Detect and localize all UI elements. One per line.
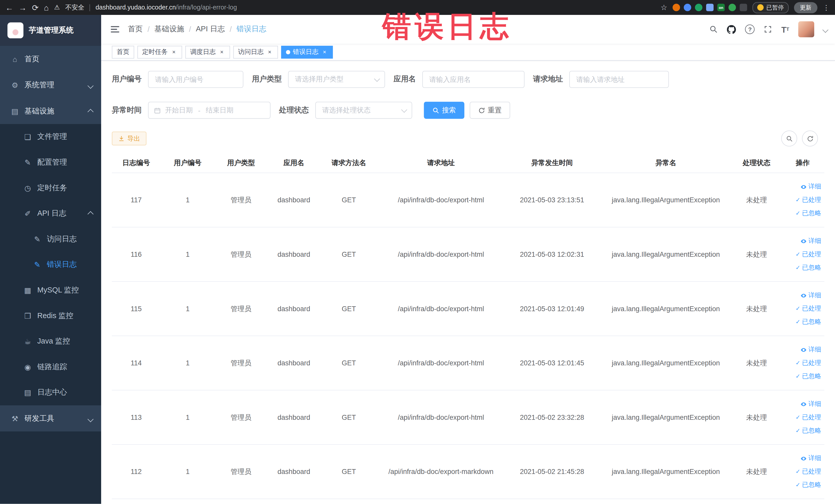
mark-ignored-link[interactable]: ✓ 已忽略 bbox=[795, 317, 821, 326]
close-icon[interactable]: × bbox=[219, 48, 225, 56]
sidebar-item-java-monitor[interactable]: ☕ Java 监控 bbox=[0, 329, 101, 354]
mark-processed-link[interactable]: ✓ 已处理 bbox=[795, 467, 821, 476]
sidebar-item-infra[interactable]: ▤ 基础设施 bbox=[0, 98, 101, 124]
process-status-select[interactable]: 请选择处理状态 bbox=[315, 102, 412, 119]
action-label: 详细 bbox=[808, 291, 821, 300]
error-log-table: 日志编号 用户编号 用户类型 应用名 请求方法名 请求地址 异常发生时间 异常名… bbox=[112, 153, 824, 499]
mark-processed-link[interactable]: ✓ 已处理 bbox=[795, 195, 821, 204]
sidebar-item-config-management[interactable]: ✎ 配置管理 bbox=[0, 150, 101, 175]
breadcrumb-home[interactable]: 首页 bbox=[128, 24, 143, 34]
sidebar-item-file-management[interactable]: ❏ 文件管理 bbox=[0, 124, 101, 150]
toggle-search-button[interactable] bbox=[781, 130, 797, 146]
on-badge-extension-icon[interactable]: on bbox=[717, 4, 725, 11]
close-icon[interactable]: × bbox=[170, 48, 177, 56]
update-button[interactable]: 更新 bbox=[794, 2, 817, 13]
table-row[interactable]: 117 1 管理员 dashboard GET /api/infra/db-do… bbox=[112, 173, 824, 227]
table-row[interactable]: 115 1 管理员 dashboard GET /api/infra/db-do… bbox=[112, 281, 824, 336]
reset-button[interactable]: 重置 bbox=[470, 102, 510, 119]
close-icon[interactable]: × bbox=[321, 48, 328, 56]
orange-extension-icon[interactable] bbox=[673, 4, 680, 11]
grid-extension-icon[interactable] bbox=[706, 4, 714, 11]
mark-ignored-link[interactable]: ✓ 已忽略 bbox=[795, 209, 821, 218]
github-icon[interactable] bbox=[727, 25, 736, 34]
sidebar-item-label: 链路追踪 bbox=[37, 362, 67, 372]
mark-processed-link[interactable]: ✓ 已处理 bbox=[795, 358, 821, 367]
mark-processed-link[interactable]: ✓ 已处理 bbox=[795, 304, 821, 313]
page-content: 用户编号 用户类型 请选择用户类型 应用名 请求地址 异常时 bbox=[101, 60, 835, 504]
tab-home[interactable]: 首页 bbox=[112, 45, 134, 58]
sidebar-item-dev-tools[interactable]: ⚒ 研发工具 bbox=[0, 405, 101, 431]
sidebar-item-scheduled-jobs[interactable]: ◷ 定时任务 bbox=[0, 175, 101, 201]
chevron-down-icon[interactable] bbox=[823, 24, 828, 34]
table-row[interactable]: 114 1 管理员 dashboard GET /api/infra/db-do… bbox=[112, 336, 824, 390]
app-name-input[interactable] bbox=[422, 71, 524, 88]
search-button[interactable]: 搜索 bbox=[424, 102, 464, 119]
reload-icon[interactable]: ⟳ bbox=[32, 3, 39, 11]
detail-link[interactable]: 详细 bbox=[800, 454, 821, 463]
teal-extension-icon[interactable] bbox=[695, 4, 702, 11]
check-icon: ✓ bbox=[795, 265, 800, 270]
tab-schedule-log[interactable]: 调度日志× bbox=[185, 45, 230, 58]
security-label[interactable]: 不安全 bbox=[65, 3, 84, 12]
search-icon[interactable] bbox=[710, 25, 718, 34]
font-size-icon[interactable]: TT bbox=[781, 25, 789, 33]
select-placeholder: 请选择处理状态 bbox=[322, 105, 371, 115]
cell-method: GET bbox=[320, 173, 377, 227]
detail-link[interactable]: 详细 bbox=[800, 345, 821, 354]
app-logo[interactable]: 芋道管理系统 bbox=[0, 15, 101, 46]
detail-link[interactable]: 详细 bbox=[800, 182, 821, 191]
table-row[interactable]: 116 1 管理员 dashboard GET /api/infra/db-do… bbox=[112, 227, 824, 282]
address-bar[interactable]: dashboard.yudao.iocoder.cn/infra/log/api… bbox=[96, 4, 237, 11]
tab-access-log[interactable]: 访问日志× bbox=[233, 45, 278, 58]
detail-link[interactable]: 详细 bbox=[800, 400, 821, 408]
forward-icon[interactable]: → bbox=[19, 3, 27, 11]
sidebar-item-home[interactable]: ⌂ 首页 bbox=[0, 46, 101, 72]
mark-processed-link[interactable]: ✓ 已处理 bbox=[795, 413, 821, 422]
mark-ignored-link[interactable]: ✓ 已忽略 bbox=[795, 263, 821, 272]
home-icon[interactable]: ⌂ bbox=[44, 3, 49, 11]
refresh-button[interactable] bbox=[802, 130, 818, 146]
browser-menu-icon[interactable]: ⋮ bbox=[823, 3, 830, 11]
blue-extension-icon[interactable] bbox=[684, 4, 691, 11]
cell-log-id: 113 bbox=[112, 390, 161, 445]
mark-ignored-link[interactable]: ✓ 已忽略 bbox=[795, 426, 821, 435]
action-label: 已忽略 bbox=[802, 317, 821, 326]
mark-processed-link[interactable]: ✓ 已处理 bbox=[795, 250, 821, 259]
avatar[interactable] bbox=[798, 21, 814, 37]
mark-ignored-link[interactable]: ✓ 已忽略 bbox=[795, 480, 821, 489]
table-row[interactable]: 113 1 管理员 dashboard GET /api/infra/db-do… bbox=[112, 390, 824, 445]
tools-icon: ⚒ bbox=[11, 414, 19, 423]
sidebar-item-api-log[interactable]: ✐ API 日志 bbox=[0, 201, 101, 226]
tree-extension-icon[interactable] bbox=[729, 4, 736, 11]
sidebar-item-mysql-monitor[interactable]: ▦ MySQL 监控 bbox=[0, 278, 101, 303]
paw-extension-icon[interactable] bbox=[740, 4, 747, 11]
request-url-input[interactable] bbox=[569, 71, 669, 88]
hamburger-icon[interactable] bbox=[111, 26, 119, 33]
close-icon[interactable]: × bbox=[266, 48, 273, 56]
sidebar-item-error-log[interactable]: ✎ 错误日志 bbox=[0, 252, 101, 278]
export-button[interactable]: 导出 bbox=[112, 132, 147, 145]
detail-link[interactable]: 详细 bbox=[800, 291, 821, 300]
paused-badge[interactable]: 已暂停 bbox=[752, 2, 789, 13]
table-row[interactable]: 112 1 管理员 dashboard GET /api/infra/db-do… bbox=[112, 444, 824, 499]
user-id-input[interactable] bbox=[148, 71, 243, 88]
tab-error-log[interactable]: 错误日志× bbox=[281, 45, 333, 58]
fullscreen-icon[interactable] bbox=[764, 25, 772, 34]
sidebar-item-log-center[interactable]: ▤ 日志中心 bbox=[0, 380, 101, 405]
sidebar-item-trace[interactable]: ◉ 链路追踪 bbox=[0, 354, 101, 380]
help-icon[interactable]: ? bbox=[745, 24, 755, 34]
breadcrumb-infra[interactable]: 基础设施 bbox=[154, 24, 184, 34]
col-method: 请求方法名 bbox=[320, 153, 377, 173]
detail-link[interactable]: 详细 bbox=[800, 237, 821, 245]
breadcrumb-api-log[interactable]: API 日志 bbox=[196, 24, 225, 34]
bookmark-star-icon[interactable]: ☆ bbox=[660, 3, 667, 12]
not-secure-warning-icon[interactable]: ⚠ bbox=[54, 4, 60, 11]
back-icon[interactable]: ← bbox=[5, 3, 13, 11]
date-range-picker[interactable]: 开始日期 - 结束日期 bbox=[148, 102, 270, 119]
user-type-select[interactable]: 请选择用户类型 bbox=[288, 71, 385, 88]
mark-ignored-link[interactable]: ✓ 已忽略 bbox=[795, 372, 821, 381]
sidebar-item-redis-monitor[interactable]: ❒ Redis 监控 bbox=[0, 303, 101, 329]
sidebar-item-system[interactable]: ⚙ 系统管理 bbox=[0, 72, 101, 98]
sidebar-item-access-log[interactable]: ✎ 访问日志 bbox=[0, 226, 101, 252]
tab-scheduled-jobs[interactable]: 定时任务× bbox=[137, 45, 182, 58]
